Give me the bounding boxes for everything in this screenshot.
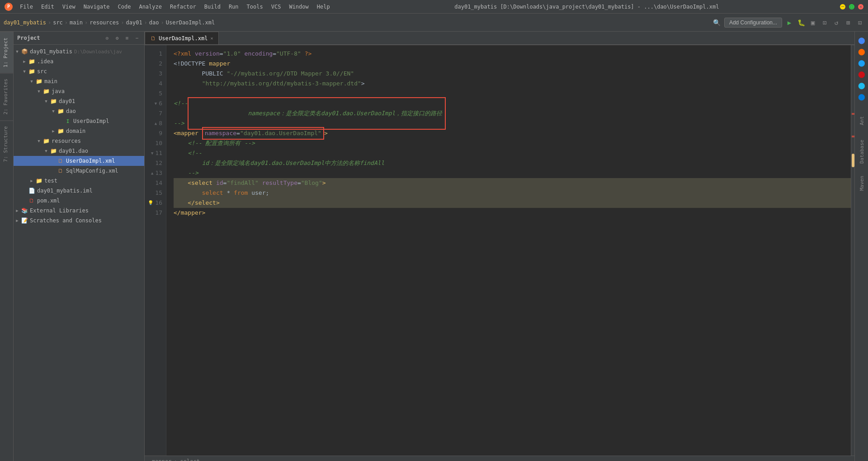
layout-icon[interactable]: ⊞: [844, 18, 853, 27]
add-configuration-button[interactable]: Add Configuration...: [724, 18, 782, 28]
edge-icon[interactable]: ⬤: [857, 92, 867, 102]
tree-item-day01dao[interactable]: ▼ 📁 day01.dao: [14, 146, 144, 156]
maven-tab[interactable]: Maven: [856, 169, 867, 197]
menu-help[interactable]: Help: [313, 3, 334, 11]
code-content[interactable]: <?xml version="1.0" encoding="UTF-8" ?> …: [166, 45, 851, 456]
safari-icon[interactable]: ⬤: [857, 58, 867, 68]
tree-arrow-scratches[interactable]: ▶: [14, 218, 21, 223]
opera-icon[interactable]: ⬤: [857, 69, 867, 79]
left-tab-project[interactable]: 1: Project: [0, 32, 13, 73]
tree-item-pom[interactable]: 🗋 pom.xml: [14, 196, 144, 206]
breadcrumb-resources[interactable]: resources: [90, 19, 119, 26]
breadcrumb-day01[interactable]: day01: [126, 19, 142, 26]
tree-item-root[interactable]: ▼ 📦 day01_mybatis D:\Downloads\jav: [14, 47, 144, 56]
tree-label-iml: day01_mybatis.iml: [37, 188, 93, 194]
tree-item-iml[interactable]: 📄 day01_mybatis.iml: [14, 186, 144, 196]
sidebar: Project ⊙ ⚙ ≡ − ▼ 📦 day01_mybatis D:\Dow…: [14, 32, 145, 461]
fold-icon-6[interactable]: ▼: [155, 99, 157, 108]
sidebar-collapse-icon[interactable]: −: [133, 34, 141, 42]
tab-file-icon: 🗋: [151, 35, 156, 42]
tree-item-test[interactable]: ▶ 📁 test: [14, 176, 144, 186]
menu-view[interactable]: View: [59, 3, 79, 11]
run-icon[interactable]: ▶: [785, 18, 794, 27]
breadcrumb-dao[interactable]: dao: [149, 19, 159, 26]
line-num-11: ▼ 11: [145, 148, 166, 158]
menu-window[interactable]: Window: [285, 3, 312, 11]
tree-arrow-dao[interactable]: ▼: [50, 109, 57, 113]
menu-navigate[interactable]: Navigate: [80, 3, 113, 11]
menu-refactor[interactable]: Refactor: [166, 3, 200, 11]
menu-tools[interactable]: Tools: [243, 3, 267, 11]
coverage-icon[interactable]: ▣: [808, 18, 817, 27]
menu-build[interactable]: Build: [201, 3, 224, 11]
menu-analyze[interactable]: Analyze: [135, 3, 165, 11]
tree-item-java[interactable]: ▼ 📁 java: [14, 86, 144, 96]
line-num-10: 10: [145, 138, 166, 148]
tree-item-userdaoimpl[interactable]: I UserDaoImpl: [14, 116, 144, 126]
fold-icon-11[interactable]: ▼: [151, 148, 153, 158]
minimize-button[interactable]: ─: [840, 4, 845, 9]
settings-icon[interactable]: ⊡: [855, 18, 864, 27]
database-tab[interactable]: Database: [856, 136, 867, 168]
menu-edit[interactable]: Edit: [38, 3, 58, 11]
tree-arrow-day01dao[interactable]: ▼: [42, 149, 50, 153]
refresh-icon[interactable]: ↺: [832, 18, 841, 27]
sidebar-gear-icon[interactable]: ⚙: [113, 34, 121, 42]
breadcrumb-arrow: ›: [174, 458, 177, 461]
breadcrumb-mapper[interactable]: mapper: [152, 458, 171, 461]
tree-arrow-ext-libs[interactable]: ▶: [14, 208, 21, 213]
breadcrumb-file[interactable]: UserDaoImpl.xml: [166, 19, 215, 26]
tree-arrow-domain[interactable]: ▶: [50, 129, 57, 133]
tree-arrow-root[interactable]: ▼: [14, 49, 21, 54]
tree-item-resources[interactable]: ▼ 📁 resources: [14, 136, 144, 146]
ie-icon[interactable]: ⬤: [857, 80, 867, 90]
chrome-icon[interactable]: ⬤: [857, 35, 867, 45]
profile-icon[interactable]: ⊡: [820, 18, 829, 27]
breadcrumb-module[interactable]: day01_mybatis: [4, 19, 46, 26]
scroll-indicator[interactable]: [851, 45, 854, 456]
tree-arrow-main[interactable]: ▼: [28, 79, 35, 84]
tree-label-dao: dao: [66, 108, 76, 114]
menu-file[interactable]: File: [16, 3, 37, 11]
close-button[interactable]: ✕: [858, 4, 863, 9]
editor-tab-userdaoimpl[interactable]: 🗋 UserDaoImpl.xml ✕: [145, 32, 219, 44]
tree-item-userdaoimpl-xml[interactable]: 🗋 UserDaoImpl.xml: [14, 156, 144, 166]
tree-arrow-resources[interactable]: ▼: [35, 139, 42, 143]
sidebar-sync-icon[interactable]: ⊙: [104, 34, 111, 42]
menu-vcs[interactable]: VCS: [268, 3, 285, 11]
tree-arrow-idea[interactable]: ▶: [21, 59, 28, 64]
ant-tab[interactable]: Ant: [856, 107, 867, 134]
sidebar-settings-icon[interactable]: ≡: [123, 34, 131, 42]
tree-arrow-test[interactable]: ▶: [28, 179, 35, 183]
tree-item-src[interactable]: ▼ 📁 src: [14, 66, 144, 76]
debug-icon[interactable]: 🐛: [797, 18, 806, 27]
maximize-button[interactable]: □: [849, 4, 854, 9]
tab-close-button[interactable]: ✕: [210, 36, 213, 41]
code-line-16: </select>: [174, 198, 851, 208]
tree-item-domain[interactable]: ▶ 📁 domain: [14, 126, 144, 136]
tree-item-ext-libs[interactable]: ▶ 📚 External Libraries: [14, 206, 144, 216]
tree-item-sqlmapconfig[interactable]: 🗋 SqlMapConfig.xml: [14, 166, 144, 176]
tree-item-day01[interactable]: ▼ 📁 day01: [14, 96, 144, 106]
tree-arrow-java[interactable]: ▼: [35, 89, 42, 94]
left-tab-structure[interactable]: 7: Structure: [0, 120, 13, 167]
breadcrumb-select[interactable]: select: [180, 458, 200, 461]
search-icon[interactable]: 🔍: [712, 18, 722, 27]
breadcrumb-main[interactable]: main: [70, 19, 83, 26]
breadcrumb-src[interactable]: src: [53, 19, 63, 26]
tree-item-idea[interactable]: ▶ 📁 .idea: [14, 56, 144, 66]
toolbar: day01_mybatis › src › main › resources ›…: [0, 14, 868, 32]
fold-icon-8[interactable]: ▲: [155, 118, 157, 128]
tree-item-dao[interactable]: ▼ 📁 dao: [14, 106, 144, 116]
tree-item-main[interactable]: ▼ 📁 main: [14, 76, 144, 86]
breadcrumb-sep6: ›: [161, 19, 164, 26]
tree-arrow-day01[interactable]: ▼: [42, 99, 50, 103]
menu-code[interactable]: Code: [114, 3, 135, 11]
tree-arrow-src[interactable]: ▼: [21, 69, 28, 74]
scroll-thumb[interactable]: [852, 154, 854, 167]
fold-icon-13[interactable]: ▲: [151, 168, 153, 178]
firefox-icon[interactable]: ⬤: [857, 47, 867, 56]
left-tab-favorites[interactable]: 2: Favorites: [0, 73, 13, 120]
tree-item-scratches[interactable]: ▶ 📝 Scratches and Consoles: [14, 216, 144, 226]
menu-run[interactable]: Run: [225, 3, 242, 11]
